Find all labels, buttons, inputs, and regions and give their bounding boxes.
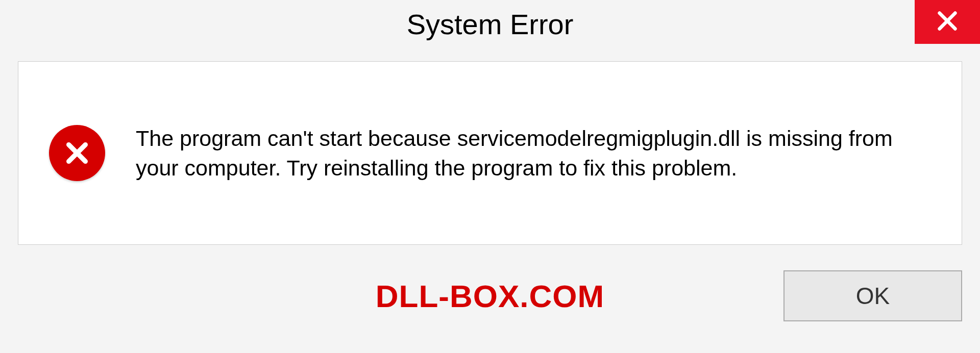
error-dialog-window: System Error The program can't start bec…: [0, 0, 980, 353]
error-icon: [49, 125, 105, 181]
watermark-text: DLL-BOX.COM: [376, 278, 604, 314]
close-button[interactable]: [915, 0, 980, 44]
ok-button-label: OK: [856, 282, 890, 310]
titlebar: System Error: [0, 0, 980, 51]
ok-button[interactable]: OK: [783, 270, 962, 321]
footer: DLL-BOX.COM OK: [18, 265, 962, 326]
error-message: The program can't start because servicem…: [136, 123, 901, 183]
dialog-title: System Error: [407, 8, 574, 41]
content-panel: The program can't start because servicem…: [18, 61, 962, 245]
close-icon: [936, 9, 959, 35]
